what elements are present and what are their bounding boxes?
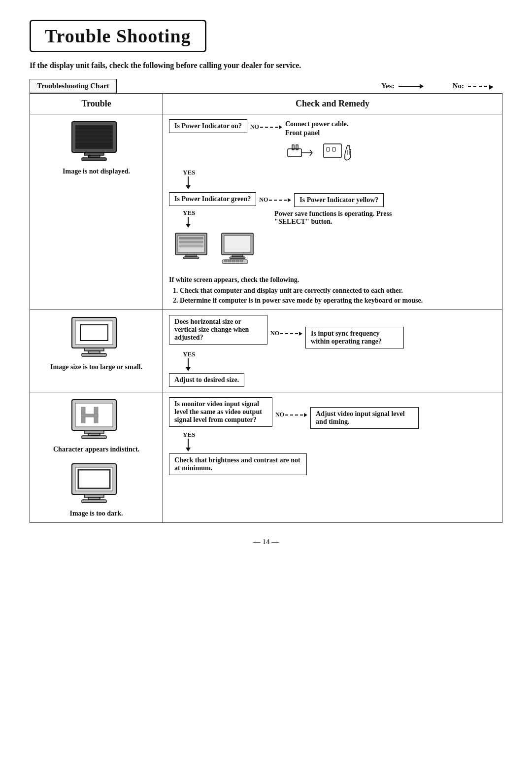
- no-label-1b: NO: [259, 196, 268, 204]
- svg-rect-9: [288, 149, 301, 157]
- page-number: — 14 —: [30, 538, 502, 546]
- plug-icon: [285, 140, 315, 166]
- remedy-cell-1: Is Power Indicator on? NO Connect power …: [163, 114, 502, 310]
- svg-rect-34: [232, 260, 235, 262]
- front-panel-icon: [323, 140, 357, 166]
- svg-rect-54: [84, 494, 104, 497]
- trouble-cell-3: Character appears indistinct. Image is t…: [30, 392, 163, 523]
- svg-rect-52: [75, 467, 113, 491]
- svg-rect-1: [75, 125, 113, 149]
- svg-rect-56: [82, 500, 106, 503]
- no-label-3a: NO: [275, 411, 284, 418]
- subtitle: If the display unit fails, check the fol…: [30, 61, 502, 70]
- action-box-3b: Check that brightness and contrast are n…: [169, 453, 307, 475]
- page-title: Trouble Shooting: [30, 20, 206, 52]
- action-box-2b: Adjust to desired size.: [169, 373, 244, 387]
- no-label-2a: NO: [270, 330, 279, 337]
- svg-rect-23: [179, 241, 203, 243]
- remedy-cell-3: Is monitor video input signal level the …: [163, 392, 502, 523]
- svg-rect-16: [327, 147, 330, 151]
- table-row: Image is not displayed. Is Power Indicat…: [30, 114, 502, 310]
- col-header-trouble: Trouble: [30, 94, 163, 114]
- svg-line-14: [310, 153, 312, 156]
- monitor-icon-dark2: [69, 461, 124, 506]
- question-box-3a: Is monitor video input signal level the …: [169, 397, 272, 427]
- trouble-label-3a: Character appears indistinct.: [36, 446, 157, 453]
- svg-rect-25: [186, 255, 197, 257]
- monitor-icon-char: [69, 397, 124, 442]
- monitor-icon-size: [69, 315, 124, 359]
- power-save-text: Power save functions is operating. Press…: [274, 210, 393, 269]
- yes-label-3a: YES: [183, 431, 195, 439]
- remedy-cell-2: Does horizontal size or vertical size ch…: [163, 310, 502, 392]
- no-action-3a: Adjust video input signal level and timi…: [310, 407, 419, 429]
- svg-rect-35: [236, 260, 239, 262]
- question-box-1b: Is Power Indicator green?: [169, 192, 256, 206]
- svg-rect-8: [82, 158, 106, 161]
- svg-rect-29: [232, 255, 243, 257]
- check-item-1: Check that computer and display unit are…: [180, 287, 496, 295]
- question-box-1a: Is Power Indicator on?: [169, 119, 247, 133]
- trouble-label-2: Image size is too large or small.: [36, 363, 157, 371]
- svg-rect-50: [82, 436, 106, 439]
- svg-rect-24: [179, 244, 203, 247]
- svg-rect-6: [84, 152, 104, 155]
- svg-rect-42: [82, 353, 106, 356]
- svg-rect-47: [81, 414, 98, 417]
- svg-rect-40: [84, 348, 104, 351]
- white-screen-intro: If white screen appears, check the follo…: [169, 276, 496, 284]
- monitor-icon-content: [174, 232, 213, 265]
- monitor-icon-dark: [69, 119, 124, 164]
- svg-rect-48: [84, 430, 104, 433]
- no-label: No:: [453, 82, 464, 90]
- trouble-label-1: Image is not displayed.: [36, 168, 157, 175]
- yes-label-1a: YES: [183, 169, 195, 176]
- yes-label-2a: YES: [183, 350, 195, 358]
- svg-rect-22: [179, 237, 203, 240]
- no-action-2a: Is input sync frequency within operating…: [305, 327, 404, 348]
- trouble-cell-1: Image is not displayed.: [30, 114, 163, 310]
- no-label-1a: NO: [250, 123, 259, 131]
- svg-line-13: [310, 150, 312, 153]
- yes-label: Yes:: [381, 82, 395, 90]
- yes-label-1b: YES: [183, 209, 195, 217]
- question-box-2a: Does horizontal size or vertical size ch…: [169, 315, 267, 345]
- table-row: Image size is too large or small. Does h…: [30, 310, 502, 392]
- svg-rect-28: [224, 236, 251, 252]
- chart-label-box: Troubleshooting Chart: [30, 79, 117, 93]
- trouble-label-3b: Image is too dark.: [36, 510, 157, 518]
- troubleshooting-table: Trouble Check and Remedy: [30, 93, 502, 523]
- check-list-1: Check that computer and display unit are…: [169, 287, 496, 305]
- svg-rect-17: [332, 147, 335, 151]
- col-header-remedy: Check and Remedy: [163, 94, 502, 114]
- question-box-1b-no: Is Power Indicator yellow?: [294, 193, 384, 207]
- svg-rect-33: [228, 260, 231, 262]
- svg-rect-36: [240, 260, 243, 262]
- monitor-icon-keyboard: [220, 232, 260, 265]
- svg-rect-32: [224, 260, 227, 262]
- svg-rect-26: [183, 257, 199, 259]
- table-row: Character appears indistinct. Image is t…: [30, 392, 502, 523]
- trouble-cell-2: Image size is too large or small.: [30, 310, 163, 392]
- svg-rect-30: [230, 257, 245, 259]
- front-panel-label: Front panel: [285, 129, 320, 137]
- action-connect-power: Connect power cable.: [285, 120, 348, 128]
- check-item-2: Determine if computer is in power save m…: [180, 297, 496, 305]
